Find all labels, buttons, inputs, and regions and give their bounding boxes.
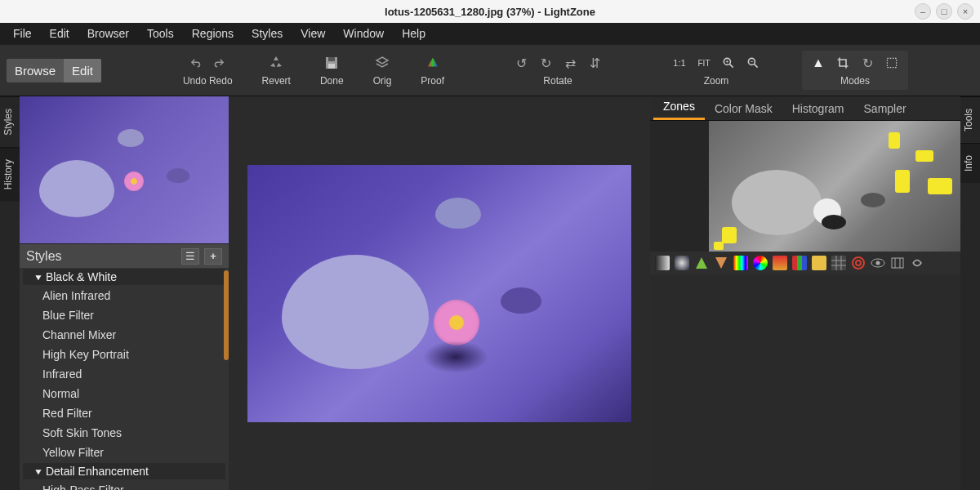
styles-scrollbar[interactable] <box>224 270 229 360</box>
styles-add-icon[interactable]: + <box>204 248 222 265</box>
orig-label: Orig <box>373 75 392 87</box>
zoom-in-icon[interactable] <box>720 55 737 71</box>
save-icon[interactable] <box>323 55 340 71</box>
style-group-header[interactable]: ▼Black & White <box>23 269 225 285</box>
pointer-icon[interactable]: ▲ <box>810 55 826 71</box>
style-item[interactable]: Blue Filter <box>20 305 229 325</box>
zoom-group: 1:1 FIT Zoom <box>660 54 773 87</box>
styles-tab-vertical[interactable]: Styles <box>0 96 20 147</box>
zoom-11-button[interactable]: 1:1 <box>671 55 688 71</box>
color-mask-tab[interactable]: Color Mask <box>705 97 782 120</box>
layers-icon[interactable] <box>374 55 390 71</box>
tools-tab-vertical[interactable]: Tools <box>960 96 980 143</box>
window-controls: – □ × <box>915 3 973 20</box>
done-group: Done <box>309 54 355 87</box>
thumbnail-preview[interactable] <box>20 96 229 243</box>
crop-icon[interactable] <box>835 55 851 71</box>
revert-label: Revert <box>262 75 291 87</box>
menu-styles[interactable]: Styles <box>243 24 291 42</box>
region-icon[interactable] <box>884 55 900 71</box>
svg-marker-3 <box>427 58 438 67</box>
color-wheel-icon[interactable] <box>753 256 768 270</box>
svg-line-5 <box>730 65 733 68</box>
style-group-header[interactable]: ▼Detail Enhancement <box>23 463 225 479</box>
split-icon[interactable] <box>812 256 826 270</box>
style-item[interactable]: Infrared <box>20 364 229 384</box>
rotate-mode-icon[interactable]: ↻ <box>859 55 875 71</box>
grid-icon[interactable] <box>831 256 846 270</box>
svg-rect-2 <box>328 64 335 69</box>
menu-regions[interactable]: Regions <box>184 24 242 42</box>
style-item[interactable]: High Key Portrait <box>20 345 229 364</box>
zoom-fit-button[interactable]: FIT <box>696 55 712 71</box>
flip-h-icon[interactable]: ⇄ <box>562 55 578 71</box>
eye-icon[interactable] <box>871 256 885 270</box>
radial-gradient-icon[interactable] <box>675 256 689 270</box>
style-item[interactable]: Channel Mixer <box>20 325 229 345</box>
minimize-button[interactable]: – <box>915 3 931 20</box>
rotate-left-icon[interactable]: ↺ <box>513 55 529 71</box>
right-panel: Zones Color Mask Histogram Sampler <box>650 96 960 490</box>
style-item[interactable]: Normal <box>20 384 229 403</box>
orig-group: Orig <box>362 54 403 87</box>
info-tab-vertical[interactable]: Info <box>960 143 980 183</box>
styles-panel-header: Styles ☰ + <box>20 243 229 268</box>
svg-point-18 <box>876 261 880 265</box>
style-item[interactable]: High-Pass Filter <box>20 480 229 490</box>
close-button[interactable]: × <box>957 3 973 20</box>
modes-label: Modes <box>840 75 870 87</box>
sampler-tab[interactable]: Sampler <box>854 97 916 120</box>
menu-help[interactable]: Help <box>394 24 434 42</box>
vignette-icon[interactable] <box>910 256 924 270</box>
left-tab-strip: Styles History <box>0 96 20 490</box>
style-item[interactable]: Red Filter <box>20 403 229 423</box>
menu-view[interactable]: View <box>292 24 333 42</box>
menu-edit[interactable]: Edit <box>42 24 78 42</box>
rotate-right-icon[interactable]: ↻ <box>537 55 554 71</box>
proof-icon[interactable] <box>425 55 441 71</box>
style-item[interactable]: Alien Infrared <box>20 286 229 305</box>
flip-v-icon[interactable]: ⇵ <box>586 55 603 71</box>
histogram-tab[interactable]: Histogram <box>782 97 854 120</box>
linear-gradient-icon[interactable] <box>655 256 670 270</box>
style-group-label: Black & White <box>46 270 117 283</box>
triangle-up-icon[interactable] <box>694 256 709 270</box>
proof-group: Proof <box>409 54 456 87</box>
recycle-icon[interactable] <box>268 55 284 71</box>
chevron-down-icon: ▼ <box>33 273 43 282</box>
triangle-down-icon[interactable] <box>714 256 728 270</box>
svg-rect-14 <box>831 256 846 270</box>
styles-list-icon[interactable]: ☰ <box>181 248 199 265</box>
image-canvas[interactable] <box>229 96 650 490</box>
svg-marker-13 <box>715 257 727 269</box>
rgb-icon[interactable] <box>792 256 807 270</box>
film-icon[interactable] <box>890 256 905 270</box>
left-panel: Styles ☰ + ▼Black & White Alien Infrared… <box>20 96 229 490</box>
revert-group: Revert <box>251 54 302 87</box>
browse-mode-button[interactable]: Browse <box>7 59 64 82</box>
undo-redo-group: Undo Redo <box>172 54 244 87</box>
maximize-button[interactable]: □ <box>936 3 952 20</box>
zones-tab[interactable]: Zones <box>653 95 705 120</box>
menu-window[interactable]: Window <box>335 24 392 42</box>
hue-strip-icon[interactable] <box>733 256 748 270</box>
style-item[interactable]: Soft Skin Tones <box>20 423 229 443</box>
menu-browser[interactable]: Browser <box>79 24 137 42</box>
redo-icon[interactable] <box>212 55 228 71</box>
zones-preview[interactable] <box>650 121 960 252</box>
main-area: Styles History Styles ☰ + ▼Black & White… <box>0 96 980 490</box>
zoom-out-icon[interactable] <box>745 55 761 71</box>
main-toolbar: Browse Edit Undo Redo Revert Done Orig P… <box>0 44 980 96</box>
window-title: lotus-1205631_1280.jpg (37%) - LightZone <box>385 6 595 18</box>
undo-icon[interactable] <box>187 55 203 71</box>
temperature-icon[interactable] <box>773 256 787 270</box>
style-group-label: Detail Enhancement <box>46 465 149 478</box>
style-item[interactable]: Yellow Filter <box>20 443 229 462</box>
svg-rect-19 <box>892 258 903 268</box>
target-icon[interactable] <box>851 256 866 270</box>
styles-list: ▼Black & White Alien Infrared Blue Filte… <box>20 268 229 490</box>
menu-file[interactable]: File <box>5 24 40 42</box>
menu-tools[interactable]: Tools <box>139 24 182 42</box>
history-tab-vertical[interactable]: History <box>0 147 20 201</box>
edit-mode-button[interactable]: Edit <box>64 59 101 82</box>
